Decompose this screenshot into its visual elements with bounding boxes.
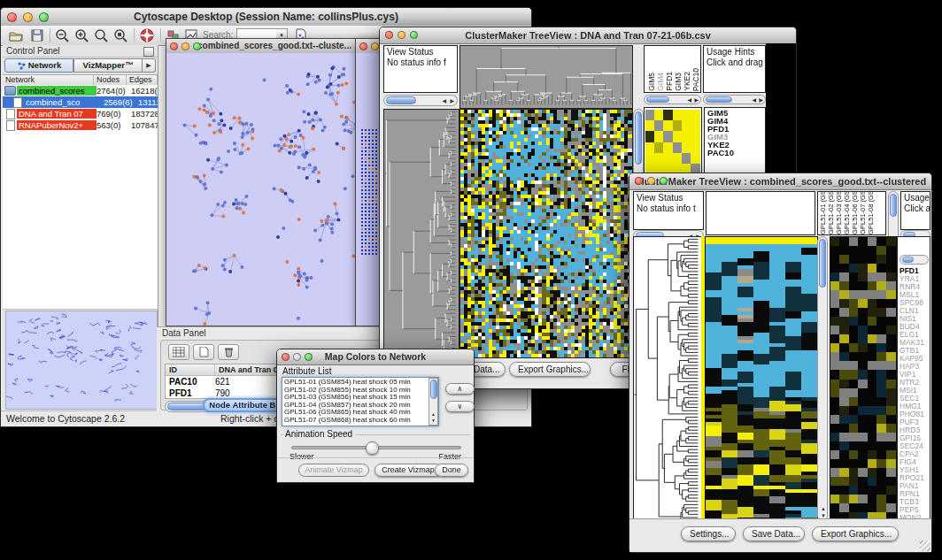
network-canvas[interactable] xyxy=(166,53,382,326)
attribute-list-item[interactable]: GPL51-07 (GSM868) heat shock 60 min xyxy=(282,417,428,425)
column-label: PAC10 xyxy=(691,68,700,91)
scroll-left-icon[interactable]: ◀ xyxy=(752,97,756,103)
close-icon[interactable] xyxy=(170,42,178,50)
dialog-titlebar[interactable]: Map Colors to Network xyxy=(277,349,474,365)
network-view-titlebar[interactable]: combined_scores_good.txt--cluste... xyxy=(166,39,382,54)
treeview-button[interactable]: Save Data... xyxy=(743,526,805,541)
main-titlebar[interactable]: Cytoscape Desktop (Session Name: collins… xyxy=(1,8,531,27)
hints-hscrollbar[interactable]: ◀ ▶ xyxy=(703,95,766,104)
move-down-button[interactable]: ∨ xyxy=(445,401,475,412)
minimize-icon[interactable] xyxy=(371,42,379,50)
network-edges-count: 13112(15) xyxy=(138,97,158,107)
help-lifering-icon[interactable] xyxy=(139,27,155,43)
tab-overflow-icon[interactable]: ▶ xyxy=(143,58,156,73)
scroll-right-icon[interactable]: ▶ xyxy=(450,98,454,104)
network-nodes-count: 2569(6) xyxy=(104,97,138,107)
attribute-listbox[interactable]: GPL51-01 (GSM854) heat shock 05 minGPL51… xyxy=(282,377,439,426)
network-tree-row[interactable]: DNA and Tran 07769(0)183728(0) xyxy=(3,108,158,119)
close-icon[interactable] xyxy=(282,353,290,361)
usage-hints-panel: Usage Hints Click and drag to xyxy=(703,45,766,93)
column-label: GIM4 xyxy=(656,73,665,91)
array-column-labels: GPL51-01 (GSM854)GPL51-02 (GSM855)GPL51-… xyxy=(817,191,886,235)
array-column-label: GPL51-07 (GSM868) xyxy=(859,191,867,234)
resize-grip[interactable] xyxy=(920,541,930,551)
array-column-label: GPL51-06 (GSM865) xyxy=(851,191,859,234)
minimize-icon[interactable] xyxy=(398,31,405,39)
zoom-window-icon[interactable] xyxy=(193,42,201,50)
tab-network[interactable]: Network xyxy=(4,58,73,73)
zoom-window-icon[interactable] xyxy=(39,12,49,22)
network-tab-icon xyxy=(17,61,26,70)
row-dendrogram[interactable] xyxy=(383,109,459,358)
expression-heatmap[interactable] xyxy=(459,109,633,358)
tab-vizmapper[interactable]: VizMapper™ xyxy=(73,58,143,73)
view-status-panel: View Status No status info t xyxy=(633,191,704,230)
minimize-icon[interactable] xyxy=(293,353,301,361)
speed-slider-thumb[interactable] xyxy=(366,441,379,455)
column-label: GIM3 xyxy=(674,73,683,91)
network-overview-thumbnail[interactable] xyxy=(5,311,158,410)
close-icon[interactable] xyxy=(385,31,393,39)
zoom-window-icon[interactable] xyxy=(305,353,313,361)
heatmap-vscrollbar[interactable]: ▲ ▼ xyxy=(817,236,828,521)
button-bar: Settings...Save Data...Export Graphics..… xyxy=(629,518,931,552)
data-panel-title: Data Panel xyxy=(162,328,205,338)
view-status-panel: View Status No status info f xyxy=(383,45,458,93)
save-icon[interactable] xyxy=(29,27,45,43)
dialog-button[interactable]: Animate Vizmap xyxy=(298,464,369,477)
delete-attribute-icon[interactable] xyxy=(218,344,239,360)
network-nodes-count: 769(0) xyxy=(97,109,131,119)
selected-cluster-heatmap[interactable] xyxy=(830,236,897,523)
status-welcome: Welcome to Cytoscape 2.6.2 xyxy=(6,413,125,424)
dialog-button[interactable]: Create Vizmap xyxy=(374,464,442,477)
scroll-right-icon[interactable]: ▶ xyxy=(694,97,699,103)
scroll-left-icon[interactable]: ◀ xyxy=(687,97,691,103)
zoom-out-icon[interactable] xyxy=(54,27,70,43)
attribute-list-label: Attribute List xyxy=(282,366,332,376)
zoom-fit-icon[interactable] xyxy=(93,27,109,43)
network-tree-row[interactable]: combined_scores2764(0)16218(0) xyxy=(3,85,158,96)
treeview-button[interactable]: Export Graphics... xyxy=(509,362,591,377)
network-tree-row[interactable]: combined_sco2569(6)13112(15) xyxy=(3,96,158,108)
cluster-mini-heatmap[interactable] xyxy=(645,110,700,175)
attribute-list-vscrollbar[interactable]: ▲ ▼ xyxy=(429,378,438,426)
status-hscrollbar[interactable]: ◀ ▶ xyxy=(383,95,458,106)
scroll-up-icon[interactable]: ▲ xyxy=(431,411,436,417)
attribute-select-icon[interactable] xyxy=(168,344,189,360)
genelist-hscrollbar[interactable] xyxy=(900,255,929,265)
network-name: combined_sco xyxy=(24,97,104,107)
new-attribute-icon[interactable] xyxy=(193,344,214,360)
zoom-selected-icon[interactable] xyxy=(112,27,128,43)
open-file-icon[interactable] xyxy=(8,27,24,43)
close-icon[interactable] xyxy=(7,12,17,22)
treeview-button[interactable]: Export Graphics... xyxy=(812,526,899,541)
network-tree-row[interactable]: RNAPuberNov2+563(0)107847(0) xyxy=(3,119,158,131)
treeview-button[interactable]: Settings... xyxy=(681,526,736,541)
control-panel-tabs: Network VizMapper™ ▶ xyxy=(4,58,156,73)
row-dendrogram[interactable] xyxy=(633,236,702,523)
network-edges-count: 107847(0) xyxy=(131,120,158,130)
expression-heatmap[interactable] xyxy=(705,236,818,523)
scroll-up-icon[interactable]: ▲ xyxy=(821,506,826,511)
array-column-label: GPL51-01 (GSM854) xyxy=(819,191,827,234)
column-dendrogram[interactable] xyxy=(459,45,633,109)
scroll-right-icon[interactable]: ▶ xyxy=(759,97,763,103)
dialog-button[interactable]: Done xyxy=(435,464,468,477)
treeview-dna-titlebar[interactable]: ClusterMaker TreeView : DNA and Tran 07-… xyxy=(380,27,796,44)
close-icon[interactable] xyxy=(359,42,367,50)
move-up-button[interactable]: ∧ xyxy=(445,383,475,395)
float-panel-icon[interactable] xyxy=(143,47,154,57)
minimize-icon[interactable] xyxy=(181,42,189,50)
scroll-down-icon[interactable]: ▼ xyxy=(431,418,436,423)
zoom-window-icon[interactable] xyxy=(410,31,418,39)
treeview-combined-titlebar[interactable]: ClusterMaker TreeView : combined_scores_… xyxy=(629,173,931,190)
close-icon[interactable] xyxy=(635,177,643,185)
zoom-in-icon[interactable] xyxy=(73,27,89,43)
mini-hscrollbar[interactable]: ◀ ▶ xyxy=(644,95,701,104)
network-nodes-count: 563(0) xyxy=(97,120,131,130)
minimize-icon[interactable] xyxy=(647,177,655,185)
array-column-label: GPL51-04 (GSM857) xyxy=(843,191,851,234)
minimize-icon[interactable] xyxy=(23,12,33,22)
zoom-window-icon[interactable] xyxy=(660,177,668,185)
scroll-left-icon[interactable]: ◀ xyxy=(442,98,446,104)
